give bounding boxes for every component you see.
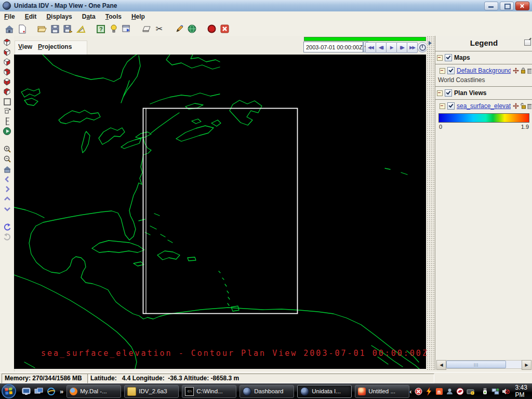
home-icon[interactable] [3, 23, 16, 35]
taskbar-clock[interactable]: 3:43 PM [515, 384, 528, 398]
default-background-link[interactable]: Default Background ... [457, 67, 511, 74]
quick-launch-overflow[interactable]: » [60, 388, 63, 395]
color-scale-bar[interactable] [438, 113, 529, 123]
redo-icon[interactable] [2, 232, 12, 242]
menu-edit[interactable]: Edit [25, 13, 37, 20]
menu-data[interactable]: Data [82, 13, 96, 20]
internet-explorer-icon[interactable] [47, 388, 56, 395]
show-dashboard-icon[interactable] [120, 23, 133, 35]
collapse-icon[interactable] [437, 55, 443, 61]
step-forward-button[interactable]: ▮▶ [396, 42, 407, 53]
help-icon[interactable]: ? [94, 23, 107, 35]
time-selector[interactable]: 2003-07-01 00:00:00Z ▼ [303, 42, 365, 52]
vertical-scale-icon[interactable] [2, 116, 12, 126]
start-button[interactable] [1, 383, 17, 399]
globe-orient-icon[interactable] [2, 126, 12, 136]
unlock-icon[interactable] [521, 103, 526, 109]
go-to-last-button[interactable]: ▶▶ [407, 42, 418, 53]
time-value[interactable]: 2003-07-01 00:00:00Z [303, 42, 363, 52]
drawing-control-icon[interactable] [74, 23, 87, 35]
view-north-icon[interactable] [2, 57, 12, 67]
scroll-right-icon[interactable]: ▶ [522, 360, 531, 370]
pan-right-icon[interactable] [2, 184, 12, 194]
task-button-unidata-idv[interactable]: Unidata I... [297, 385, 352, 398]
view-east-icon[interactable] [2, 67, 12, 77]
open-file-icon[interactable] [35, 23, 48, 35]
power-alert-icon[interactable] [425, 388, 433, 395]
edit-pencil-icon[interactable] [172, 23, 185, 35]
float-legend-icon[interactable] [524, 39, 531, 46]
rotate-view-icon[interactable] [2, 107, 12, 116]
move-display-icon[interactable] [513, 68, 519, 74]
sea-surface-checkbox[interactable] [447, 102, 455, 110]
collapse-icon[interactable] [440, 103, 445, 109]
tray-collapse-chevron[interactable]: ‹ [409, 388, 411, 395]
map-view[interactable]: sea_surface_elevation - Contour Plan Vie… [14, 55, 426, 369]
zoom-in-icon[interactable] [2, 144, 12, 154]
trash-icon[interactable] [527, 68, 531, 74]
restore-button[interactable] [500, 2, 514, 10]
show-tips-icon[interactable] [107, 23, 120, 35]
task-button-firefox[interactable]: My.Dal -... [66, 385, 121, 398]
legend-horizontal-scrollbar[interactable]: ◀ ||| ▶ [436, 360, 531, 369]
input-language-icon[interactable]: ! [467, 388, 474, 395]
menu-help[interactable]: Help [131, 13, 145, 20]
new-display-icon[interactable] [16, 23, 29, 35]
plan-views-visibility-checkbox[interactable] [445, 89, 452, 97]
show-desktop-icon[interactable] [22, 388, 31, 395]
reset-home-icon[interactable] [2, 164, 12, 174]
view-west-icon[interactable] [2, 87, 12, 97]
menu-displays[interactable]: Displays [46, 13, 72, 20]
save-as-icon[interactable] [61, 23, 74, 35]
view-bottom-icon[interactable] [2, 47, 12, 57]
scrollbar-thumb[interactable]: ||| [446, 361, 506, 368]
menu-projections[interactable]: Projections [38, 43, 72, 50]
splitter-expand-icon[interactable] [429, 41, 432, 45]
default-background-checkbox[interactable] [447, 67, 455, 74]
move-display-icon[interactable] [513, 103, 519, 109]
maps-visibility-checkbox[interactable] [445, 54, 452, 61]
close-button[interactable] [515, 2, 529, 10]
task-button-command-prompt[interactable]: C:\ C:\Wind... [182, 385, 236, 398]
trash-icon[interactable] [527, 103, 531, 109]
perspective-box-icon[interactable] [2, 97, 12, 107]
collapse-icon[interactable] [440, 68, 445, 74]
pan-down-icon[interactable] [2, 204, 12, 214]
switch-windows-icon[interactable] [34, 388, 43, 395]
delete-eraser-icon[interactable] [140, 23, 153, 35]
exit-icon[interactable] [218, 23, 231, 35]
pan-up-icon[interactable] [2, 194, 12, 204]
step-back-button[interactable]: ◀▮ [376, 42, 387, 53]
sea-surface-link[interactable]: sea_surface_elevat... [457, 102, 511, 110]
pan-left-icon[interactable] [2, 174, 12, 184]
menu-view[interactable]: View [18, 43, 32, 50]
minimize-button[interactable] [484, 2, 498, 10]
network-icon[interactable] [491, 388, 499, 395]
title-bar[interactable]: Unidata IDV - Map View - One Pane [0, 0, 532, 12]
security-alert-icon[interactable] [415, 388, 422, 395]
undo-icon[interactable] [2, 222, 12, 232]
legend-splitter[interactable] [427, 36, 435, 370]
play-button[interactable]: ▶ [386, 42, 397, 53]
cut-icon[interactable]: ✂ [153, 23, 166, 35]
task-button-dashboard[interactable]: Dashboard [240, 385, 294, 398]
novell-icon[interactable]: n [435, 388, 443, 395]
view-south-icon[interactable] [2, 77, 12, 87]
scroll-left-icon[interactable]: ◀ [436, 360, 446, 370]
save-icon[interactable] [48, 23, 61, 35]
collapse-icon[interactable] [437, 90, 443, 96]
projections-globe-icon[interactable] [185, 23, 198, 35]
power-plug-icon[interactable] [481, 388, 489, 395]
menu-tools[interactable]: Tools [105, 13, 122, 20]
task-button-idv-folder[interactable]: IDV_2.6a3 [124, 385, 179, 398]
messenger-agent-icon[interactable] [446, 388, 454, 395]
antivirus-icon[interactable] [456, 388, 464, 395]
zoom-out-icon[interactable] [2, 154, 12, 164]
time-properties-button[interactable] [417, 42, 428, 52]
menu-file[interactable]: File [4, 13, 15, 20]
go-to-first-button[interactable]: ◀◀ [365, 42, 376, 53]
volume-muted-icon[interactable] [502, 388, 510, 395]
task-button-untitled[interactable]: Untitled ... [355, 385, 409, 398]
lock-icon[interactable] [521, 68, 526, 74]
stop-loads-icon[interactable] [205, 23, 218, 35]
